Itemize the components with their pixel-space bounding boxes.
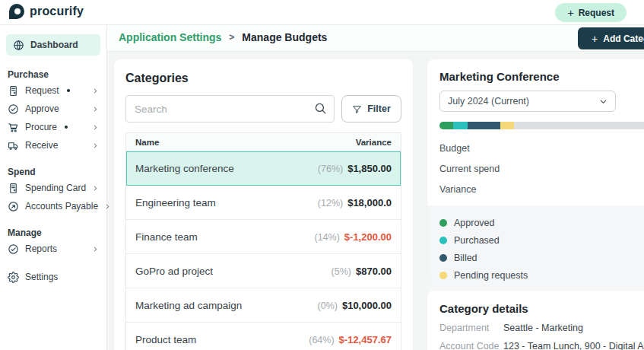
- table-row-marketing-conference[interactable]: Marketing conference (76%) $1,850.00: [126, 151, 401, 186]
- variance-percent: (64%): [309, 335, 334, 345]
- chevron-down-icon: [599, 97, 608, 106]
- breadcrumb-application-settings[interactable]: Application Settings: [119, 31, 221, 43]
- budget-period-value: July 2024 (Current): [448, 96, 599, 107]
- budget-legend: Approved Purchased Billed Pending reques…: [427, 205, 644, 292]
- detail-value: Seattle - Marketing: [503, 323, 583, 333]
- payable-circle-icon: [8, 201, 19, 212]
- sidebar: Dashboard Purchase Request Approve Procu…: [0, 25, 107, 350]
- table-row-gopro-ad-project[interactable]: GoPro ad project (5%) $870.00: [126, 254, 401, 288]
- breadcrumb-bar: Application Settings > Manage Budgets + …: [107, 25, 644, 52]
- procurify-logo-icon: [9, 4, 24, 19]
- stat-current-spend: Current spend: [439, 158, 644, 179]
- sidebar-item-receive[interactable]: Receive: [0, 136, 106, 154]
- legend-label: Billed: [454, 253, 477, 263]
- category-details-title: Category details: [439, 302, 644, 315]
- legend-label: Approved: [454, 218, 495, 228]
- legend-item-purchased: Purchased: [439, 231, 644, 249]
- category-name: Marketing ad campaign: [135, 300, 242, 311]
- sidebar-item-label: Reports: [25, 243, 57, 254]
- category-name: GoPro ad project: [135, 266, 213, 277]
- stat-variance: Variance: [439, 179, 644, 199]
- card-icon: [8, 183, 19, 194]
- variance-amount: $18,000.0: [347, 197, 392, 208]
- table-row-product-team[interactable]: Product team (64%) $-12,457.67: [126, 323, 401, 350]
- legend-item-billed: Billed: [439, 249, 644, 266]
- variance-cell: (76%) $1,850.00: [318, 163, 392, 174]
- variance-percent: (5%): [332, 266, 351, 277]
- plus-icon: +: [567, 8, 573, 18]
- variance-amount: $870.00: [356, 266, 392, 277]
- sidebar-item-label: Spending Card: [25, 183, 86, 193]
- legend-item-approved: Approved: [439, 214, 644, 231]
- check-circle-icon: [8, 103, 19, 115]
- categories-table: Name Variance Marketing conference (76%)…: [125, 132, 401, 350]
- sidebar-item-dashboard[interactable]: Dashboard: [6, 34, 100, 56]
- filter-funnel-icon: [352, 104, 362, 114]
- detail-label: Department: [439, 323, 503, 333]
- table-row-finance-team[interactable]: Finance team (14%) $-1,200.00: [126, 220, 401, 254]
- sidebar-item-procure[interactable]: Procure: [0, 118, 106, 136]
- request-button-label: Request: [579, 8, 614, 18]
- filter-button[interactable]: Filter: [341, 95, 401, 123]
- top-header: procurify + Request: [0, 0, 644, 25]
- sidebar-item-label: Settings: [25, 272, 58, 282]
- gear-icon: [8, 272, 19, 283]
- search-filter-row: Filter: [125, 95, 401, 123]
- variance-amount: $10,000.00: [342, 300, 392, 311]
- add-category-button[interactable]: + Add Category: [578, 27, 644, 49]
- table-row-marketing-ad-campaign[interactable]: Marketing ad campaign (0%) $10,000.00: [126, 288, 401, 323]
- chevron-right-icon: [92, 124, 99, 131]
- sidebar-item-label: Accounts Payable: [25, 201, 98, 212]
- app-window: procurify + Request Dashboard Purchase R…: [0, 0, 644, 350]
- sidebar-item-reports[interactable]: Reports: [0, 240, 106, 258]
- sidebar-section-purchase: Purchase: [0, 68, 106, 81]
- sidebar-item-settings[interactable]: Settings: [0, 268, 106, 286]
- notification-dot: [67, 89, 70, 92]
- progress-segment-purchased: [453, 122, 468, 129]
- categories-panel: Categories Filter Name Variance Ma: [114, 59, 413, 350]
- request-button[interactable]: + Request: [555, 3, 627, 22]
- sidebar-item-spending-card[interactable]: Spending Card: [0, 179, 106, 197]
- progress-segment-approved: [439, 122, 453, 129]
- procurify-logo[interactable]: procurify: [9, 4, 84, 19]
- variance-amount: $-12,457.67: [339, 334, 392, 345]
- request-doc-icon: [8, 85, 19, 97]
- chevron-right-icon: [92, 142, 99, 149]
- breadcrumb: Application Settings > Manage Budgets: [119, 31, 327, 43]
- sidebar-section-manage: Manage: [0, 226, 106, 240]
- search-icon: [314, 102, 327, 115]
- filter-button-label: Filter: [367, 103, 391, 114]
- detail-row-account-code: Account Code 123 - Team Lunch, 900 - Dig…: [439, 341, 644, 350]
- budget-progress-bar: [439, 122, 644, 129]
- sidebar-item-request[interactable]: Request: [0, 81, 106, 100]
- notification-dot: [65, 126, 68, 129]
- table-row-engineering-team[interactable]: Engineering team (12%) $18,000.0: [126, 186, 401, 220]
- sidebar-section-spend: Spend: [0, 165, 106, 179]
- variance-cell: (5%) $870.00: [332, 266, 392, 277]
- column-header-variance: Variance: [356, 138, 392, 147]
- sidebar-item-approve[interactable]: Approve: [0, 100, 106, 118]
- category-details-panel: Category details Department Seattle - Ma…: [427, 291, 644, 350]
- progress-segment-pending: [500, 122, 514, 129]
- legend-label: Purchased: [454, 235, 500, 246]
- category-name: Product team: [135, 334, 196, 345]
- chevron-right-icon: [92, 106, 99, 113]
- variance-percent: (0%): [318, 301, 338, 311]
- breadcrumb-manage-budgets: Manage Budgets: [242, 31, 327, 43]
- variance-percent: (12%): [318, 198, 343, 208]
- sidebar-item-accounts-payable[interactable]: Accounts Payable: [0, 197, 106, 215]
- variance-cell: (0%) $10,000.00: [318, 300, 392, 311]
- column-header-name: Name: [135, 138, 159, 147]
- variance-amount: $-1,200.00: [344, 231, 392, 243]
- search-field-wrapper: [125, 95, 335, 123]
- table-header-row: Name Variance: [126, 133, 401, 151]
- budget-summary-panel: Marketing Conference July 2024 (Current)…: [427, 59, 644, 278]
- plus-icon: +: [592, 33, 598, 44]
- budget-summary-content: Marketing Conference July 2024 (Current)…: [427, 59, 644, 199]
- stat-label: Budget: [439, 143, 470, 154]
- variance-cell: (14%) $-1,200.00: [314, 231, 392, 243]
- approved-dot-icon: [439, 219, 447, 227]
- budget-period-select[interactable]: July 2024 (Current): [439, 91, 616, 112]
- search-input[interactable]: [125, 95, 335, 123]
- chevron-right-icon: [92, 246, 99, 253]
